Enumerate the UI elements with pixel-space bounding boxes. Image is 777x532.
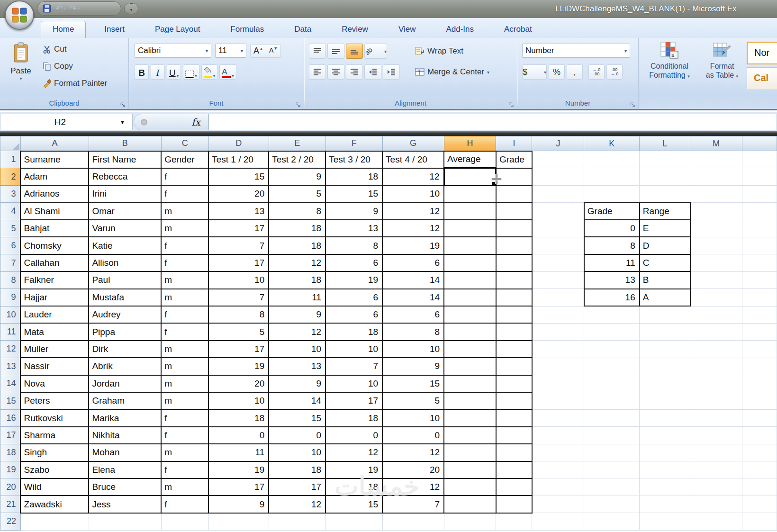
qat-customize-button[interactable]: ▾	[124, 3, 138, 14]
row-header-13[interactable]: 13	[0, 358, 21, 375]
cell-K15[interactable]	[584, 392, 640, 409]
cell-K17[interactable]	[584, 427, 640, 444]
col-header-L[interactable]: L	[640, 136, 690, 151]
cell-E2[interactable]: 9	[269, 168, 325, 185]
cell-M5[interactable]	[690, 220, 742, 237]
cell-C19[interactable]: f	[161, 461, 208, 478]
cell-C22[interactable]	[161, 513, 208, 530]
cell-D15[interactable]: 10	[208, 392, 269, 409]
cell-B22[interactable]	[89, 513, 161, 530]
cell-M9[interactable]	[690, 289, 742, 306]
cell-C9[interactable]: m	[161, 289, 208, 306]
tab-formulas[interactable]: Formulas	[218, 21, 276, 38]
tab-review[interactable]: Review	[330, 21, 380, 38]
cell-K12[interactable]	[584, 341, 640, 358]
cell-E3[interactable]: 5	[269, 185, 325, 202]
cell-B2[interactable]: Rebecca	[89, 168, 161, 185]
cell-F10[interactable]: 6	[325, 306, 382, 323]
cell-J1[interactable]	[532, 151, 584, 168]
cell-D3[interactable]: 20	[208, 185, 269, 202]
cell-J9[interactable]	[532, 289, 584, 306]
cell-A20[interactable]: Wild	[20, 478, 89, 496]
conditional-formatting-button[interactable]: ≤ Conditional Formatting ▾	[641, 42, 697, 81]
cell-K6[interactable]: 8	[584, 237, 640, 254]
cell-N5[interactable]	[742, 220, 777, 237]
col-header-K[interactable]: K	[584, 136, 640, 151]
cell-G17[interactable]: 0	[382, 427, 444, 444]
cell-M12[interactable]	[690, 341, 742, 358]
col-header-A[interactable]: A	[20, 136, 89, 151]
cell-I6[interactable]	[496, 237, 532, 254]
increase-decimal-button[interactable]: ←.0.00	[588, 64, 605, 80]
cell-E19[interactable]: 18	[269, 461, 325, 478]
cell-C1[interactable]: Gender	[161, 151, 208, 168]
style-normal[interactable]: Nor	[747, 42, 777, 64]
cell-M13[interactable]	[690, 358, 742, 375]
cell-A7[interactable]: Callahan	[20, 254, 89, 271]
cell-D18[interactable]: 11	[208, 444, 269, 461]
clipboard-dialog-launcher[interactable]	[119, 100, 126, 107]
cell-N18[interactable]	[742, 444, 777, 461]
cell-G20[interactable]: 12	[382, 478, 444, 496]
cell-E17[interactable]: 0	[269, 427, 325, 444]
row-header-16[interactable]: 16	[0, 409, 21, 426]
cell-L9[interactable]: A	[640, 289, 690, 306]
cell-K3[interactable]	[584, 185, 640, 202]
cell-K8[interactable]: 13	[584, 271, 640, 289]
cell-C17[interactable]: f	[161, 427, 208, 444]
cell-E7[interactable]: 12	[269, 254, 325, 271]
cell-F15[interactable]: 17	[325, 392, 382, 409]
cell-K19[interactable]	[584, 461, 640, 478]
cell-N6[interactable]	[742, 237, 777, 254]
alignment-dialog-launcher[interactable]	[508, 100, 515, 107]
row-header-2[interactable]: 2	[0, 168, 21, 185]
cell-G4[interactable]: 12	[382, 203, 444, 220]
cell-M7[interactable]	[690, 254, 742, 271]
cell-N17[interactable]	[742, 427, 777, 444]
borders-button[interactable]: ▾	[183, 64, 199, 80]
cell-F20[interactable]: 18	[325, 478, 382, 496]
cell-F7[interactable]: 6	[325, 254, 382, 271]
cell-C21[interactable]: f	[161, 496, 208, 513]
increase-indent-button[interactable]	[383, 64, 400, 80]
cell-E20[interactable]: 17	[269, 478, 325, 496]
orientation-dropdown-icon[interactable]: ▾	[384, 49, 387, 54]
format-as-table-dropdown-icon[interactable]: ▾	[736, 74, 739, 79]
cell-N21[interactable]	[742, 496, 777, 513]
cell-B11[interactable]: Pippa	[89, 323, 161, 340]
cell-C14[interactable]: m	[161, 375, 208, 392]
cell-C4[interactable]: m	[161, 203, 208, 220]
cell-A15[interactable]: Peters	[20, 392, 89, 409]
cell-A16[interactable]: Rutkovski	[20, 409, 89, 426]
cell-A4[interactable]: Al Shami	[20, 203, 89, 220]
col-header-D[interactable]: D	[208, 136, 269, 151]
cell-I21[interactable]	[496, 496, 532, 513]
save-button[interactable]	[42, 4, 52, 13]
row-header-19[interactable]: 19	[0, 461, 21, 478]
cell-D4[interactable]: 13	[208, 203, 269, 220]
cell-M6[interactable]	[690, 237, 742, 254]
cell-G15[interactable]: 5	[382, 392, 444, 409]
col-header-extra[interactable]	[742, 136, 777, 151]
cell-F18[interactable]: 12	[325, 444, 382, 461]
cell-J11[interactable]	[532, 323, 584, 340]
cell-E14[interactable]: 9	[269, 375, 325, 392]
tab-data[interactable]: Data	[282, 21, 323, 38]
cell-J12[interactable]	[532, 341, 584, 358]
cell-H4[interactable]	[444, 203, 496, 220]
cell-H5[interactable]	[444, 220, 496, 237]
cell-H21[interactable]	[444, 496, 496, 513]
cell-N14[interactable]	[742, 375, 777, 392]
col-header-I[interactable]: I	[496, 136, 532, 151]
number-format-combo[interactable]: Number▾	[522, 44, 630, 58]
cell-G21[interactable]: 7	[382, 496, 444, 513]
cell-B6[interactable]: Katie	[89, 237, 161, 254]
undo-button[interactable]: ↶▾	[55, 4, 66, 13]
cell-G8[interactable]: 14	[382, 271, 444, 289]
cell-C10[interactable]: f	[161, 306, 208, 323]
cell-J10[interactable]	[532, 306, 584, 323]
cell-J18[interactable]	[532, 444, 584, 461]
cell-B4[interactable]: Omar	[89, 203, 161, 220]
insert-function-button[interactable]: fx	[191, 117, 200, 128]
cell-M18[interactable]	[690, 444, 742, 461]
